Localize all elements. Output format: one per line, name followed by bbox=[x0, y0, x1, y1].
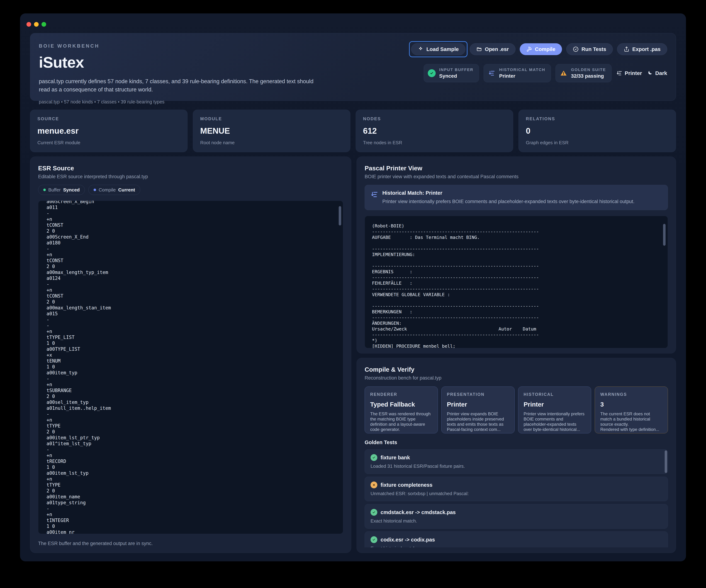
esr-status-pills: Buffer Synced Compile Current bbox=[38, 185, 343, 195]
buffer-status-pill: Buffer Synced bbox=[38, 185, 85, 195]
test-name: codix.esr -> codix.pas bbox=[381, 537, 435, 543]
app-description: pascal.typ currently defines 57 node kin… bbox=[39, 77, 318, 94]
run-tests-label: Run Tests bbox=[582, 46, 606, 52]
notice-description: Printer view intentionally prefers BOIE … bbox=[382, 198, 634, 205]
historical-match-chip: HISTORICAL MATCH Printer bbox=[483, 64, 551, 82]
input-buffer-chip: INPUT BUFFER Synced bbox=[424, 64, 479, 82]
chip-value: Synced bbox=[439, 73, 473, 79]
stat-sublabel: Root node name bbox=[200, 140, 343, 146]
pascal-output-code: (Robot-BOIE) ---------------------------… bbox=[372, 223, 661, 348]
status-chip-row: INPUT BUFFER Synced HISTORICAL MATCH Pri… bbox=[424, 64, 667, 82]
stat-value: 612 bbox=[363, 126, 506, 135]
verify-panel-title: Compile & Verify bbox=[365, 366, 668, 373]
open-esr-label: Open .esr bbox=[485, 46, 509, 52]
esr-panel-subtitle: Editable ESR source interpreted through … bbox=[38, 174, 343, 180]
card-label: HISTORICAL bbox=[524, 392, 586, 397]
esr-sync-status: The ESR buffer and the generated output … bbox=[38, 541, 343, 546]
load-sample-button[interactable]: Load Sample bbox=[411, 43, 465, 55]
golden-tests-list[interactable]: fixture bank Loaded 31 historical ESR/Pa… bbox=[365, 449, 668, 547]
historical-card: HISTORICAL Printer Printer view intentio… bbox=[518, 387, 591, 433]
chip-value: 32/33 passing bbox=[571, 73, 606, 79]
folder-icon bbox=[476, 46, 482, 52]
test-row-codix[interactable]: codix.esr -> codix.pas Exact historical … bbox=[365, 532, 668, 547]
esr-source-code[interactable]: a00Screen_X_Begin a011 - +n tCONST 2 0 a… bbox=[46, 201, 335, 534]
verify-summary-cards: RENDERER Typed Fallback The ESR was rend… bbox=[365, 387, 668, 433]
pascal-printer-panel: Pascal Printer View BOIE printer view wi… bbox=[357, 157, 676, 353]
pascal-output-view[interactable]: (Robot-BOIE) ---------------------------… bbox=[365, 216, 668, 348]
window-controls bbox=[27, 22, 46, 27]
stat-label: MODULE bbox=[200, 116, 343, 121]
card-value: Typed Fallback bbox=[370, 401, 432, 408]
load-sample-label: Load Sample bbox=[426, 46, 459, 52]
card-description: The current ESR does not match a bundled… bbox=[600, 411, 662, 432]
stat-sublabel: Tree nodes in ESR bbox=[363, 140, 506, 146]
export-pas-label: Export .pas bbox=[632, 46, 661, 52]
compile-label: Compile bbox=[535, 46, 555, 52]
check-circle-icon bbox=[428, 69, 436, 77]
stats-row: SOURCE menue.esr Current ESR module MODU… bbox=[30, 110, 676, 149]
test-row-cmdstack[interactable]: cmdstack.esr -> cmdstack.pas Exact histo… bbox=[365, 504, 668, 528]
stat-sublabel: Current ESR module bbox=[37, 140, 180, 146]
minimize-window-button[interactable] bbox=[34, 22, 39, 27]
chip-value: Printer bbox=[499, 73, 545, 79]
warnings-card: WARNINGS 3 The current ESR does not matc… bbox=[595, 387, 668, 433]
renderer-card: RENDERER Typed Fallback The ESR was rend… bbox=[365, 387, 438, 433]
chip-label: HISTORICAL MATCH bbox=[499, 68, 545, 72]
check-circle-icon bbox=[370, 454, 377, 461]
test-name: fixture bank bbox=[381, 455, 410, 461]
test-row-fixture-completeness[interactable]: fixture completeness Unmatched ESR: sort… bbox=[365, 477, 668, 501]
app-window: BOIE WORKBENCH iSutex pascal.typ current… bbox=[20, 13, 686, 561]
header-card: BOIE WORKBENCH iSutex pascal.typ current… bbox=[30, 33, 676, 101]
close-window-button[interactable] bbox=[27, 22, 31, 27]
test-name: fixture completeness bbox=[381, 482, 432, 488]
run-tests-button[interactable]: Run Tests bbox=[566, 43, 613, 55]
presentation-card: PRESENTATION Printer Printer view expand… bbox=[441, 387, 515, 433]
stat-card-source: SOURCE menue.esr Current ESR module bbox=[30, 110, 188, 152]
stat-card-module: MODULE MENUE Root node name bbox=[193, 110, 350, 152]
check-circle-icon bbox=[370, 509, 377, 516]
app-meta: pascal.typ • 57 node kinds • 7 classes •… bbox=[39, 99, 667, 105]
export-pas-button[interactable]: Export .pas bbox=[617, 43, 667, 55]
green-dot-icon bbox=[43, 189, 46, 191]
card-value: 3 bbox=[600, 401, 662, 408]
dark-mode-toggle[interactable]: Dark bbox=[646, 70, 667, 76]
test-detail: Exact historical match. bbox=[370, 546, 662, 547]
stat-sublabel: Graph edges in ESR bbox=[526, 140, 669, 146]
pill-label: Buffer bbox=[48, 187, 61, 193]
test-detail: Exact historical match. bbox=[370, 518, 662, 524]
tests-list-scrollbar[interactable] bbox=[665, 450, 667, 473]
printer-lines-icon bbox=[616, 70, 622, 76]
open-esr-button[interactable]: Open .esr bbox=[470, 43, 515, 55]
stat-label: RELATIONS bbox=[526, 116, 669, 121]
compile-status-pill: Compile Current bbox=[88, 185, 140, 195]
stat-value: 0 bbox=[526, 126, 669, 135]
toolbar: Load Sample Open .esr Compile Run Tests … bbox=[411, 43, 667, 55]
historical-match-notice: Historical Match: Printer Printer view i… bbox=[365, 185, 668, 210]
esr-source-panel: ESR Source Editable ESR source interpret… bbox=[30, 157, 351, 553]
printer-view-toggle[interactable]: Printer bbox=[616, 70, 642, 76]
stat-card-relations: RELATIONS 0 Graph edges in ESR bbox=[518, 110, 676, 152]
notice-title: Historical Match: Printer bbox=[382, 190, 634, 196]
warning-triangle-icon bbox=[560, 69, 567, 77]
card-description: Printer view expands BOIE placeholders i… bbox=[447, 411, 509, 432]
verify-panel-subtitle: Reconstruction bench for pascal.typ bbox=[365, 375, 668, 381]
dark-toggle-label: Dark bbox=[655, 70, 667, 76]
pill-value: Current bbox=[118, 187, 135, 193]
test-name: cmdstack.esr -> cmdstack.pas bbox=[381, 509, 456, 515]
esr-panel-title: ESR Source bbox=[38, 165, 343, 172]
printer-toggle-label: Printer bbox=[625, 70, 642, 76]
esr-editor-scrollbar[interactable] bbox=[339, 206, 341, 226]
compile-button[interactable]: Compile bbox=[520, 43, 562, 55]
blue-dot-icon bbox=[93, 189, 96, 191]
esr-source-editor[interactable]: a00Screen_X_Begin a011 - +n tCONST 2 0 a… bbox=[38, 201, 343, 534]
compile-verify-panel: Compile & Verify Reconstruction bench fo… bbox=[357, 358, 676, 553]
test-row-fixture-bank[interactable]: fixture bank Loaded 31 historical ESR/Pa… bbox=[365, 449, 668, 474]
pascal-view-scrollbar[interactable] bbox=[663, 224, 666, 246]
test-detail: Loaded 31 historical ESR/Pascal fixture … bbox=[370, 464, 662, 469]
printer-lines-icon bbox=[488, 69, 496, 77]
pill-value: Synced bbox=[63, 187, 80, 193]
chip-label: INPUT BUFFER bbox=[439, 68, 473, 72]
card-label: RENDERER bbox=[370, 392, 432, 397]
zoom-window-button[interactable] bbox=[41, 22, 46, 27]
card-label: WARNINGS bbox=[600, 392, 662, 397]
